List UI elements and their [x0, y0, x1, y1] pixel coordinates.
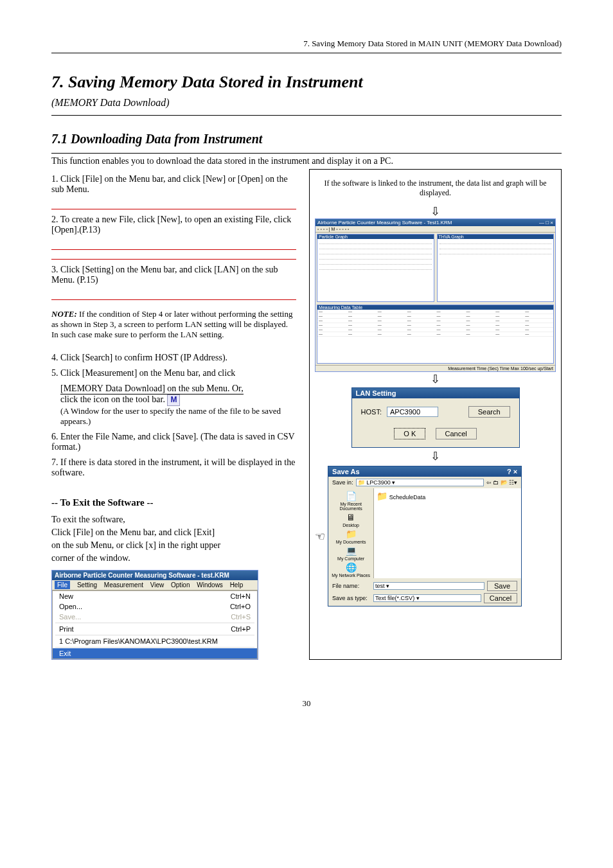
data-table-panel: Measuring Data Table ———————— ———————— —…: [317, 305, 554, 364]
lan-dialog-title: LAN Setting: [352, 388, 519, 398]
folder-item[interactable]: ScheduleData: [389, 494, 426, 500]
cancel-button[interactable]: Cancel: [484, 593, 517, 603]
exit-heading: -- To Exit the Software --: [51, 497, 296, 508]
step-3: 3. Click [Setting] on the Menu bar, and …: [51, 265, 296, 285]
arrow-down-icon: ⇩: [315, 373, 556, 385]
step-6: 6. Enter the File Name, and click [Save]…: [51, 432, 296, 452]
places-bar: My Recent Documents Desktop My Documents…: [328, 488, 374, 578]
arrow-down-icon: ⇩: [315, 450, 556, 462]
note-title: NOTE:: [51, 309, 77, 319]
memory-download-item: [MEMORY Data Download] on the sub Menu. …: [60, 384, 244, 394]
red-underline: [51, 290, 296, 300]
setting-menu[interactable]: Setting: [77, 581, 97, 589]
red-underline: [51, 250, 296, 260]
app-title: Airborne Particle Counter Measuring Soft…: [317, 220, 452, 226]
place-network[interactable]: My Network Places: [332, 562, 370, 578]
particle-graph-panel: Particle Graph: [317, 234, 434, 302]
click-icon-text: click the icon on the tool bar.: [60, 394, 165, 404]
step-4: 4. Click [Search] to confirm HOST (IP Ad…: [51, 353, 296, 363]
save-button[interactable]: Save: [487, 581, 517, 591]
menu-item-open[interactable]: Open...Ctrl+O: [53, 601, 257, 612]
place-recent[interactable]: My Recent Documents: [328, 491, 373, 511]
status-bar: Measurement Time (Sec) Time Max 100/sec …: [315, 365, 555, 371]
file-menu[interactable]: File: [55, 581, 70, 589]
host-input[interactable]: APC3900: [387, 407, 438, 417]
menu-item-new[interactable]: NewCtrl+N: [53, 591, 257, 601]
help-menu[interactable]: Help: [230, 581, 244, 589]
save-type-label: Save as type:: [332, 595, 371, 601]
page-number: 30: [51, 698, 562, 709]
windows-menu[interactable]: Windows: [197, 581, 223, 589]
file-menu-screenshot: Airborne Particle Counter Measuring Soft…: [51, 570, 258, 660]
thva-graph-panel: THVA Graph: [437, 234, 554, 302]
save-type-dropdown[interactable]: Text file(*.CSV) ▾: [373, 594, 481, 602]
exit-line-4: corner of the window.: [51, 553, 296, 563]
file-specify-suffix: (A Window for the user to specify the na…: [60, 406, 296, 427]
save-in-dropdown[interactable]: 📁 LPC3900 ▾: [356, 479, 484, 486]
main-app-screenshot: Airborne Particle Counter Measuring Soft…: [315, 218, 556, 372]
file-list-area[interactable]: ScheduleData: [374, 488, 521, 578]
file-name-label: File name:: [332, 583, 371, 589]
right-illustration-column: If the software is linked to the instrum…: [309, 169, 562, 660]
menu-item-print[interactable]: PrintCtrl+P: [53, 624, 257, 634]
place-mydocs[interactable]: My Documents: [336, 529, 366, 544]
exit-line-2: Click [File] on the Menu bar, and click …: [51, 527, 296, 538]
host-label: HOST:: [361, 408, 382, 416]
step-1: 1. Click [File] on the Menu bar, and cli…: [51, 174, 296, 195]
header-rule: [51, 53, 562, 53]
lan-setting-dialog: LAN Setting HOST: APC3900 Search O K Can…: [351, 387, 520, 448]
file-dropdown: NewCtrl+N Open...Ctrl+O Save...Ctrl+S Pr…: [52, 590, 258, 659]
save-as-dialog: Save As ? × Save in: 📁 LPC3900 ▾ ⇦ 🗀 📂 ☷…: [328, 466, 522, 607]
dialog-help-close[interactable]: ? ×: [507, 468, 517, 475]
section-intro: This function enables you to download th…: [51, 156, 562, 166]
place-mycomputer[interactable]: My Computer: [337, 545, 364, 561]
app-toolbar: ▫ ▫ ▫ ▫ | M ▫ ▫ ▫ ▫ ▫: [315, 226, 555, 233]
menu-bar: File Setting Measurement View Option Win…: [52, 580, 258, 590]
save-dialog-title: Save As: [332, 468, 359, 475]
cancel-button[interactable]: Cancel: [436, 428, 477, 439]
red-underline: [51, 200, 296, 209]
app-title: Airborne Particle Counter Measuring Soft…: [52, 571, 258, 580]
hand-pointer-icon: [315, 529, 325, 544]
step-5: 5. Click [Measurement] on the Menu bar, …: [51, 368, 296, 378]
note-box: NOTE: If the condition of Step 4 or late…: [51, 309, 296, 340]
search-button[interactable]: Search: [468, 406, 510, 418]
chapter-rule: [51, 115, 562, 116]
page-running-header: 7. Saving Memory Data Stored in MAIN UNI…: [51, 39, 562, 50]
window-controls[interactable]: — □ ×: [539, 220, 553, 226]
exit-line-3: on the sub Menu, or click [x] in the rig…: [51, 540, 296, 551]
chapter-subtitle: (MEMORY Data Download): [51, 97, 562, 109]
file-name-input[interactable]: test ▾: [373, 582, 484, 590]
menu-item-exit[interactable]: Exit: [53, 648, 257, 659]
note-body: If the condition of Step 4 or later with…: [51, 309, 292, 339]
red-underline: [51, 240, 296, 250]
step-7: 7. If there is data stored in the instru…: [51, 457, 296, 478]
chapter-title: 7. Saving Memory Data Stored in Instrume…: [51, 73, 562, 92]
exit-line-1: To exit the software,: [51, 515, 296, 525]
section-rule: [51, 153, 562, 154]
save-in-label: Save in:: [332, 479, 353, 486]
arrow-down-icon: ⇩: [315, 206, 556, 217]
step-2: 2. To create a new File, click [New], to…: [51, 215, 296, 235]
view-menu[interactable]: View: [150, 581, 164, 589]
option-menu[interactable]: Option: [171, 581, 190, 589]
memory-download-icon: M: [167, 394, 180, 406]
menu-item-recent[interactable]: 1 C:\Program Files\KANOMAX\LPC3900\test.…: [53, 636, 257, 646]
place-desktop[interactable]: Desktop: [342, 512, 359, 527]
right-caption: If the software is linked to the instrum…: [315, 175, 556, 204]
menu-item-save: Save...Ctrl+S: [53, 612, 257, 622]
ok-button[interactable]: O K: [394, 428, 425, 439]
measurement-menu[interactable]: Measurement: [104, 581, 143, 589]
section-title: 7.1 Downloading Data from Instrument: [51, 132, 562, 146]
nav-icons[interactable]: ⇦ 🗀 📂 ☷▾: [486, 479, 518, 486]
